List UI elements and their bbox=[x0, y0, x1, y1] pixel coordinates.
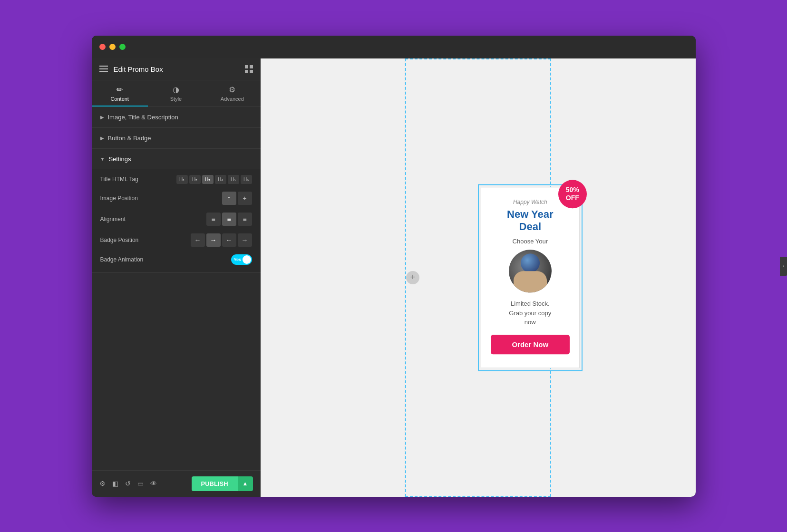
accordion-image-title-label: Image, Title & Description bbox=[108, 114, 178, 121]
style-icon: ◑ bbox=[173, 85, 179, 94]
promo-box: 50%OFF Happy Watch New YearDeal Choose Y… bbox=[481, 187, 580, 368]
badge-animation-label: Badge Animation bbox=[100, 256, 231, 263]
canvas-col-1 bbox=[261, 58, 405, 497]
sidebar-footer: ⚙ ◧ ↺ ▭ 👁 PUBLISH ▲ bbox=[92, 470, 261, 497]
title-html-tag-label: Title HTML Tag bbox=[100, 176, 176, 183]
accordion-button-badge-header[interactable]: ▶ Button & Badge bbox=[92, 128, 261, 148]
h5-button[interactable]: H₅ bbox=[228, 175, 239, 184]
responsive-icon[interactable]: ▭ bbox=[137, 480, 144, 487]
grid-icon[interactable] bbox=[245, 65, 253, 73]
promo-cta-button[interactable]: Order Now bbox=[491, 335, 570, 354]
image-position-label: Image Position bbox=[100, 195, 222, 202]
accordion-settings: ▼ Settings Title HTML Tag H₁ H₂ H₃ H₄ bbox=[92, 149, 261, 273]
footer-icons: ⚙ ◧ ↺ ▭ 👁 bbox=[99, 480, 157, 487]
badge-animation-toggle[interactable]: Yes bbox=[231, 254, 252, 265]
image-pos-plus-button[interactable]: + bbox=[238, 192, 252, 205]
close-button[interactable] bbox=[99, 44, 106, 50]
preview-icon[interactable]: 👁 bbox=[150, 480, 157, 487]
publish-button[interactable]: PUBLISH bbox=[192, 476, 238, 491]
title-html-tag-row: Title HTML Tag H₁ H₂ H₃ H₄ H₅ H₆ bbox=[100, 175, 252, 184]
chevron-right-icon-2: ▶ bbox=[100, 135, 104, 141]
hamburger-icon[interactable] bbox=[99, 66, 108, 72]
alignment-buttons: ≡ ≡ ≡ bbox=[206, 213, 252, 226]
align-left-button[interactable]: ≡ bbox=[206, 213, 221, 226]
badge-position-buttons: ← → ← → bbox=[191, 233, 252, 247]
chevron-down-icon: ▼ bbox=[100, 156, 105, 162]
traffic-lights bbox=[99, 44, 126, 50]
canvas-area: + 50%OFF Happy Watch New YearDeal bbox=[261, 58, 696, 497]
tab-advanced-label: Advanced bbox=[221, 96, 244, 102]
accordion-settings-body: Title HTML Tag H₁ H₂ H₃ H₄ H₅ H₆ bbox=[92, 169, 261, 272]
promo-limited-text: Limited Stock.Grab your copynow bbox=[491, 300, 570, 328]
main-area: Edit Promo Box ✏ Content ◑ Style ⚙ bbox=[92, 58, 696, 497]
layers-icon[interactable]: ◧ bbox=[112, 480, 118, 487]
promo-hand-graphic bbox=[514, 271, 547, 293]
badge-animation-row: Badge Animation Yes bbox=[100, 254, 252, 265]
accordion-settings-header[interactable]: ▼ Settings bbox=[92, 149, 261, 169]
accordion-button-badge: ▶ Button & Badge bbox=[92, 128, 261, 149]
history-icon[interactable]: ↺ bbox=[125, 480, 131, 487]
alignment-row: Alignment ≡ ≡ ≡ bbox=[100, 213, 252, 226]
maximize-button[interactable] bbox=[119, 44, 126, 50]
content-icon: ✏ bbox=[117, 85, 123, 94]
h2-button[interactable]: H₂ bbox=[189, 175, 201, 184]
sidebar-title: Edit Promo Box bbox=[114, 65, 163, 73]
tab-advanced[interactable]: ⚙ Advanced bbox=[204, 80, 260, 106]
align-right-button[interactable]: ≡ bbox=[238, 213, 252, 226]
promo-image bbox=[509, 250, 552, 293]
badge-pos-right2-button[interactable]: → bbox=[238, 233, 252, 247]
badge-position-row: Badge Position ← → ← → bbox=[100, 233, 252, 247]
publish-dropdown-button[interactable]: ▲ bbox=[238, 476, 253, 491]
add-element-button[interactable]: + bbox=[406, 271, 419, 284]
sidebar: Edit Promo Box ✏ Content ◑ Style ⚙ bbox=[92, 58, 261, 497]
alignment-label: Alignment bbox=[100, 216, 206, 222]
chevron-right-icon: ▶ bbox=[100, 115, 104, 120]
tab-content[interactable]: ✏ Content bbox=[92, 80, 148, 106]
promo-badge-text: 50%OFF bbox=[566, 186, 579, 202]
accordion-image-title: ▶ Image, Title & Description bbox=[92, 107, 261, 128]
promo-box-wrapper: 50%OFF Happy Watch New YearDeal Choose Y… bbox=[478, 184, 583, 371]
badge-position-label: Badge Position bbox=[100, 237, 191, 243]
badge-pos-left-button[interactable]: ← bbox=[191, 233, 205, 247]
sidebar-tabs: ✏ Content ◑ Style ⚙ Advanced bbox=[92, 80, 261, 107]
align-center-button[interactable]: ≡ bbox=[222, 213, 236, 226]
image-position-row: Image Position ↑ + bbox=[100, 192, 252, 205]
badge-pos-left2-button[interactable]: ← bbox=[222, 233, 236, 247]
badge-pos-right-button[interactable]: → bbox=[206, 233, 221, 247]
tab-style[interactable]: ◑ Style bbox=[148, 80, 204, 106]
titlebar bbox=[92, 36, 696, 58]
toggle-knob bbox=[243, 255, 251, 264]
promo-title: New YearDeal bbox=[491, 208, 570, 233]
advanced-icon: ⚙ bbox=[229, 85, 235, 94]
toggle-yes-label: Yes bbox=[234, 257, 242, 262]
html-tag-buttons: H₁ H₂ H₃ H₄ H₅ H₆ bbox=[176, 175, 252, 184]
h1-button[interactable]: H₁ bbox=[176, 175, 188, 184]
canvas-inner: + 50%OFF Happy Watch New YearDeal bbox=[261, 58, 696, 497]
promo-badge: 50%OFF bbox=[558, 180, 587, 208]
accordion-image-title-header[interactable]: ▶ Image, Title & Description bbox=[92, 107, 261, 127]
app-window: Edit Promo Box ✏ Content ◑ Style ⚙ bbox=[92, 36, 696, 497]
promo-box-outer: 50%OFF Happy Watch New YearDeal Choose Y… bbox=[478, 184, 583, 371]
publish-group: PUBLISH ▲ bbox=[192, 476, 253, 491]
h4-button[interactable]: H₄ bbox=[215, 175, 226, 184]
sidebar-header: Edit Promo Box bbox=[92, 58, 261, 80]
h3-button[interactable]: H₃ bbox=[202, 175, 214, 184]
h6-button[interactable]: H₆ bbox=[241, 175, 252, 184]
image-pos-up-button[interactable]: ↑ bbox=[222, 192, 236, 205]
tab-style-label: Style bbox=[170, 96, 182, 102]
promo-subtitle: Happy Watch bbox=[491, 199, 570, 205]
image-position-buttons: ↑ + bbox=[222, 192, 252, 205]
accordion-settings-label: Settings bbox=[108, 155, 131, 163]
promo-description: Choose Your bbox=[491, 238, 570, 245]
promo-watch-graphic bbox=[521, 254, 540, 273]
sidebar-content: ▶ Image, Title & Description ▶ Button & … bbox=[92, 107, 261, 470]
minimize-button[interactable] bbox=[109, 44, 116, 50]
toggle-slider: Yes bbox=[231, 254, 252, 265]
settings-icon[interactable]: ⚙ bbox=[99, 480, 106, 487]
accordion-button-badge-label: Button & Badge bbox=[108, 135, 151, 142]
tab-content-label: Content bbox=[110, 96, 129, 102]
